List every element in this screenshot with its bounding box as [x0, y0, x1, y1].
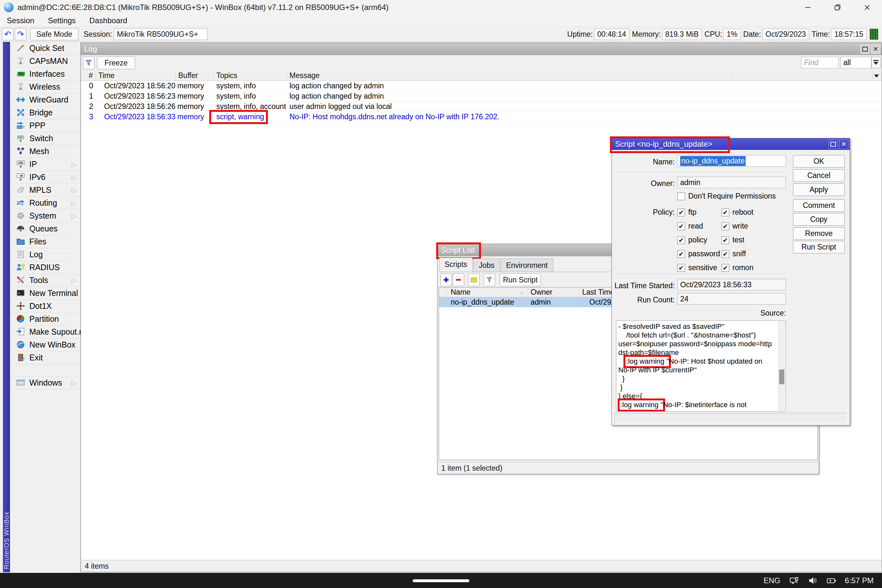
log-row[interactable]: 3Oct/29/2023 18:56:33memoryscript, warni… [81, 112, 882, 122]
network-icon[interactable] [789, 575, 799, 586]
freeze-button[interactable]: Freeze [97, 56, 135, 69]
minimize-icon[interactable] [793, 0, 823, 15]
volume-icon[interactable] [807, 575, 818, 586]
dialog-close-icon[interactable]: ✕ [839, 140, 849, 149]
sidebar-item-tools[interactable]: Tools▷ [10, 274, 80, 287]
sidebar-item-label: Interfaces [29, 69, 65, 79]
name-field[interactable]: no-ip_ddns_update [677, 155, 786, 166]
sidebar-item-wireless[interactable]: Wireless [10, 81, 80, 93]
add-icon[interactable] [440, 273, 452, 286]
tab-scripts[interactable]: Scripts [439, 258, 472, 272]
dont-require-permissions-checkbox[interactable] [677, 192, 685, 200]
ok-button[interactable]: OK [793, 155, 844, 168]
window-titlebar: admin@DC:2C:6E:28:D8:C1 (MikroTik RB5009… [0, 0, 882, 15]
log-row[interactable]: 0Oct/29/2023 18:56:20memorysystem, infol… [81, 81, 882, 91]
scrollbar-thumb[interactable] [779, 369, 784, 384]
sidebar-item-exit[interactable]: Exit [10, 351, 80, 364]
sidebar-item-ip[interactable]: 255IP▷ [10, 158, 80, 171]
sidebar-item-wireguard[interactable]: WireGuard [10, 93, 80, 106]
log-restore-icon[interactable] [860, 45, 870, 54]
redo-icon[interactable]: ↷ [15, 28, 26, 40]
dialog-restore-icon[interactable] [828, 140, 838, 149]
battery-icon[interactable] [826, 575, 837, 586]
sidebar-item-mpls[interactable]: MPLS▷ [10, 184, 80, 196]
sidebar-item-quick-set[interactable]: Quick Set [10, 42, 80, 55]
sidebar-item-files[interactable]: Files [10, 236, 80, 248]
checkbox-romon[interactable] [722, 264, 729, 272]
policy-label-policy: policy [688, 236, 722, 244]
log-filter-select[interactable]: all [840, 57, 872, 68]
checkbox-read[interactable] [677, 222, 685, 230]
checkbox-ftp[interactable] [677, 208, 685, 216]
tab-environment[interactable]: Environment [501, 258, 553, 272]
menu-item-session[interactable]: Session [0, 16, 41, 25]
checkbox-test[interactable] [722, 236, 729, 244]
sidebar-item-new-terminal[interactable]: >_New Terminal [10, 287, 80, 300]
sidebar-item-log[interactable]: Log [10, 248, 80, 261]
run-script-button[interactable]: Run Script [793, 241, 844, 254]
sidebar-item-new-winbox[interactable]: New WinBox [10, 339, 80, 351]
checkbox-password[interactable] [677, 250, 685, 258]
checkbox-policy[interactable] [677, 236, 685, 244]
sidebar-item-ipv6[interactable]: v6IPv6▷ [10, 171, 80, 184]
log-cell-message: log action changed by admin [287, 92, 882, 100]
log-cell-message: No-IP: Host mohdgs.ddns.net already on N… [287, 112, 882, 121]
sidebar-item-radius[interactable]: RADIUS [10, 261, 80, 274]
sidebar-item-label: Files [29, 237, 46, 246]
policy-label-ftp: ftp [688, 208, 722, 217]
checkbox-write[interactable] [722, 222, 729, 230]
close-icon[interactable] [852, 0, 882, 15]
wand-icon [16, 43, 26, 54]
tab-jobs[interactable]: Jobs [473, 258, 500, 272]
sidebar-item-dot1x[interactable]: Dot1X [10, 300, 80, 313]
language-indicator[interactable]: ENG [764, 576, 780, 585]
filter-funnel-icon[interactable] [483, 273, 495, 286]
log-row[interactable]: 1Oct/29/2023 18:56:23memorysystem, infol… [81, 91, 882, 102]
log-find-input[interactable] [801, 57, 839, 68]
column-selector-icon[interactable] [872, 70, 880, 81]
undo-icon[interactable]: ↶ [2, 28, 14, 40]
sidebar-item-partition[interactable]: Partition [10, 313, 80, 326]
checkbox-sensitive[interactable] [677, 264, 685, 272]
sidebar-item-queues[interactable]: Queues [10, 222, 80, 236]
annotation-box-log-topics: script, warning [211, 112, 266, 122]
sidebar-item-mesh[interactable]: Mesh [10, 145, 80, 158]
sidebar-item-system[interactable]: System▷ [10, 210, 80, 222]
restore-icon[interactable] [823, 0, 852, 15]
apply-button[interactable]: Apply [793, 183, 844, 196]
checkbox-sniff[interactable] [722, 250, 729, 258]
filter-funnel-icon[interactable] [83, 56, 94, 69]
run-script-button-toolbar[interactable]: Run Script [500, 273, 541, 286]
log-row[interactable]: 2Oct/29/2023 18:56:26memorysystem, info,… [81, 102, 882, 112]
sidebar-item-bridge[interactable]: Bridge [10, 106, 80, 119]
cancel-button[interactable]: Cancel [793, 169, 844, 182]
source-scrollbar[interactable] [778, 321, 785, 411]
copy-button[interactable]: Copy [793, 213, 844, 226]
log-cell-time: Oct/29/2023 18:56:26 [96, 102, 176, 111]
clock[interactable]: 6:57 PM [845, 576, 874, 585]
safe-mode-button[interactable]: Safe Mode [30, 28, 78, 40]
log-column-header: Time [96, 70, 176, 81]
policy-row: readwrite [677, 219, 753, 233]
remove-icon[interactable] [453, 273, 464, 286]
taskbar-handle[interactable] [412, 579, 470, 582]
sidebar-item-routing[interactable]: Routing▷ [10, 196, 80, 210]
log-close-icon[interactable]: ✕ [871, 45, 880, 54]
menu-item-dashboard[interactable]: Dashboard [82, 16, 134, 25]
menu-item-settings[interactable]: Settings [41, 16, 82, 25]
remove-button[interactable]: Remove [793, 227, 844, 240]
dropdown-arrow-icon[interactable] [872, 57, 880, 68]
svg-text:>_: >_ [18, 291, 22, 295]
session-field[interactable]: MikroTik RB5009UG+S+ [114, 28, 207, 40]
checkbox-reboot[interactable] [722, 208, 729, 216]
sidebar-item-switch[interactable]: Switch [10, 132, 80, 145]
sidebar-item-ppp[interactable]: PPP [10, 119, 80, 132]
comment-icon[interactable] [468, 273, 480, 286]
sidebar-item-capsman[interactable]: CAPsMAN [10, 55, 80, 68]
supout-file-icon [16, 327, 26, 337]
sidebar-item-make-supout-rif[interactable]: Make Supout.rif [10, 326, 80, 339]
source-textarea[interactable]: - $resolvedIP saved as $savedIP" /tool f… [616, 320, 786, 412]
comment-button[interactable]: Comment [793, 199, 844, 212]
sidebar-item-windows[interactable]: Windows▷ [10, 376, 80, 389]
sidebar-item-interfaces[interactable]: Interfaces [10, 68, 80, 81]
